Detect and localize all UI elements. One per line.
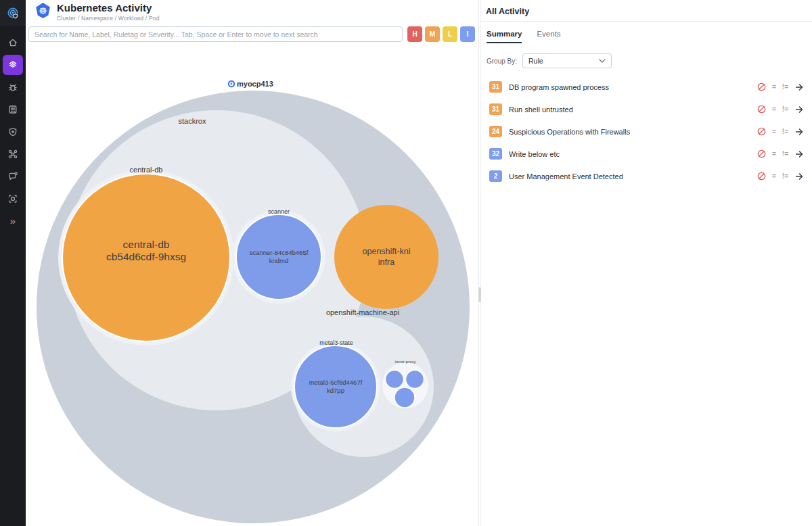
- sidebar-item-compliance[interactable]: [0, 120, 26, 143]
- sidebar-item-expand[interactable]: »: [0, 210, 26, 232]
- activity-panel: All Activity Summary Events Group By: Ru…: [481, 0, 812, 526]
- bug-icon: [7, 82, 18, 93]
- rule-actions: = !=: [757, 149, 804, 158]
- group-by-row: Group By: Rule: [481, 53, 812, 68]
- rule-row[interactable]: 31 Run shell untrusted = !=: [481, 98, 812, 120]
- main-header: ☸ Kubernetes Activity Cluster / Namespac…: [26, 0, 478, 46]
- rule-label: Suspicious Operations with Firewalls: [509, 128, 630, 136]
- group-by-label: Group By:: [487, 57, 517, 65]
- pod-circle-ironic-2[interactable]: [406, 370, 424, 389]
- pod-label-scanner-line1: scanner-84c84b465f: [250, 249, 309, 256]
- arrow-right-icon[interactable]: [794, 150, 804, 158]
- workload-label-central-db: central-db: [130, 166, 163, 174]
- pod-label-scanner-line2: kndmd: [269, 257, 289, 264]
- severity-chip-info[interactable]: I: [460, 26, 475, 42]
- sidebar-item-home[interactable]: [0, 31, 26, 53]
- filter-equals-icon[interactable]: =: [772, 83, 776, 91]
- tab-events[interactable]: Events: [537, 30, 560, 43]
- rule-count-badge: 2: [489, 170, 502, 182]
- rule-actions: = !=: [757, 172, 804, 181]
- filter-equals-icon[interactable]: =: [772, 128, 776, 135]
- workload-label-ironic-proxy: ironic-proxy: [394, 360, 415, 364]
- severity-chip-high[interactable]: H: [407, 26, 422, 42]
- namespace-label-openshift-machine-api: openshift-machine-api: [326, 308, 399, 316]
- no-entry-icon[interactable]: [757, 105, 766, 114]
- sidebar-item-events-feed[interactable]: [0, 165, 26, 187]
- rule-label: Write below etc: [509, 150, 560, 158]
- filter-equals-icon[interactable]: =: [772, 172, 776, 180]
- pod-label-central-db-line2: cb54d6cdf-9hxsg: [106, 251, 186, 262]
- rule-row[interactable]: 2 User Management Event Detected = !=: [481, 165, 812, 187]
- no-entry-icon[interactable]: [757, 127, 766, 136]
- label-openshift-kni-line1: openshift-kni: [363, 247, 411, 256]
- rule-actions: = !=: [757, 105, 804, 114]
- pod-label-central-db-line1: central-db: [123, 239, 170, 250]
- group-by-value: Rule: [528, 57, 543, 65]
- breadcrumb: Cluster / Namespace / Workload / Pod: [57, 15, 160, 22]
- no-entry-icon[interactable]: [757, 149, 766, 158]
- cluster-label: myocp413: [237, 80, 273, 88]
- chat-icon: [7, 171, 18, 182]
- rule-count-badge: 31: [489, 103, 502, 115]
- report-icon: [7, 104, 18, 115]
- rule-count-badge: 31: [489, 81, 502, 93]
- rules-list: 31 DB program spawned process = != 31 Ru…: [481, 76, 812, 187]
- namespace-label-stackrox: stackrox: [179, 117, 206, 125]
- pod-label-metal3-line1: metal3-6cf8d4467f: [309, 379, 363, 386]
- filter-not-equals-icon[interactable]: !=: [782, 150, 788, 158]
- namespace-circle-openshift-kni-infra[interactable]: [334, 205, 438, 309]
- sidebar-item-kubernetes-activity[interactable]: [0, 53, 26, 76]
- k8s-helm-glyph: ☸: [39, 6, 47, 16]
- app-root: » myocp413 stackrox central-db central-d…: [0, 0, 812, 526]
- severity-chip-medium[interactable]: M: [425, 26, 440, 42]
- capture-icon: [7, 193, 18, 204]
- cluster-marker-dot: [231, 83, 233, 85]
- rule-actions: = !=: [757, 82, 804, 91]
- panel-title: All Activity: [481, 0, 812, 22]
- sidebar-item-policies[interactable]: [0, 98, 26, 120]
- filter-equals-icon[interactable]: =: [772, 150, 776, 158]
- search-input[interactable]: [28, 26, 403, 42]
- sidebar-item-network[interactable]: [0, 143, 26, 165]
- search-row: H M L I: [28, 26, 475, 42]
- arrow-right-icon[interactable]: [794, 128, 804, 136]
- rule-label: DB program spawned process: [509, 83, 609, 91]
- filter-not-equals-icon[interactable]: !=: [782, 105, 788, 113]
- rule-label: User Management Event Detected: [509, 172, 623, 181]
- tabs: Summary Events: [481, 30, 812, 43]
- tab-summary[interactable]: Summary: [487, 30, 522, 43]
- label-openshift-kni-line2: infra: [378, 258, 394, 267]
- arrow-right-icon[interactable]: [794, 172, 804, 181]
- filter-not-equals-icon[interactable]: !=: [782, 172, 788, 180]
- cluster-label-group: myocp413: [229, 80, 273, 88]
- sidebar-item-threats[interactable]: [0, 76, 26, 98]
- pod-label-metal3-line2: kd7pp: [327, 387, 344, 394]
- filter-not-equals-icon[interactable]: !=: [782, 128, 788, 135]
- no-entry-icon[interactable]: [757, 82, 766, 91]
- kubernetes-icon: ☸: [35, 3, 51, 18]
- rule-count-badge: 24: [489, 126, 502, 137]
- pod-circle-ironic-1[interactable]: [386, 370, 404, 389]
- filter-not-equals-icon[interactable]: !=: [782, 83, 788, 91]
- rule-row[interactable]: 32 Write below etc = !=: [481, 143, 812, 165]
- sidebar-item-captures[interactable]: [0, 187, 26, 210]
- active-highlight: [3, 55, 23, 75]
- arrow-right-icon[interactable]: [794, 105, 804, 114]
- no-entry-icon[interactable]: [757, 172, 766, 181]
- bubble-chart: myocp413 stackrox central-db central-db …: [26, 0, 478, 526]
- group-by-select[interactable]: Rule: [522, 53, 612, 68]
- rule-row[interactable]: 24 Suspicious Operations with Firewalls …: [481, 120, 812, 143]
- sysdig-logo[interactable]: [0, 0, 26, 26]
- rule-label: Run shell untrusted: [509, 105, 573, 114]
- main-content: myocp413 stackrox central-db central-db …: [26, 0, 478, 526]
- rule-count-badge: 32: [489, 148, 502, 160]
- arrow-right-icon[interactable]: [794, 83, 804, 91]
- severity-chip-low[interactable]: L: [443, 26, 457, 42]
- chevron-down-icon: [599, 59, 606, 63]
- home-icon: [7, 37, 18, 48]
- layers-icon: [7, 59, 18, 70]
- pod-circle-ironic-3[interactable]: [394, 387, 415, 408]
- rule-row[interactable]: 31 DB program spawned process = !=: [481, 76, 812, 98]
- network-icon: [7, 149, 18, 160]
- filter-equals-icon[interactable]: =: [772, 105, 776, 113]
